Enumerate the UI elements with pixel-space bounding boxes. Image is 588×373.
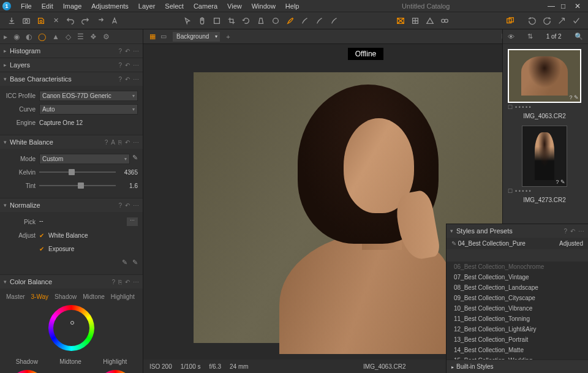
reset-icon[interactable]: ↶ (125, 48, 130, 55)
layers-header[interactable]: ▸ Layers ? ↶ ⋯ (0, 58, 143, 72)
picker1-icon[interactable]: ✎ (122, 258, 127, 266)
compare-icon[interactable] (503, 14, 517, 28)
icc-select[interactable]: Canon EOS-77D Generic▾ (39, 91, 138, 101)
menu-help[interactable]: Help (281, 2, 304, 10)
reset-icon[interactable]: ↶ (125, 62, 130, 69)
style-item[interactable]: 08_Best Collection_Landscape (447, 282, 588, 293)
menu-camera[interactable]: Camera (189, 2, 222, 10)
highlight-wheel[interactable] (99, 370, 132, 373)
mode-select[interactable]: Custom▾ (39, 154, 130, 164)
eraser-icon[interactable] (298, 14, 312, 28)
help-icon[interactable]: ? (118, 62, 122, 69)
style-item[interactable]: 12_Best Collection_Light&Airy (447, 324, 588, 334)
style-item[interactable]: 11_Best Collection_Tonning (447, 314, 588, 324)
menu-adjustments[interactable]: Adjustments (86, 2, 134, 10)
menu-select[interactable]: Select (160, 2, 189, 10)
redo-icon[interactable] (78, 14, 92, 28)
reset-icon[interactable]: ↶ (125, 202, 130, 209)
grid-icon[interactable] (409, 14, 422, 28)
tab-output-icon[interactable]: ⚙ (103, 32, 110, 41)
hand-icon[interactable] (195, 14, 209, 28)
spot-icon[interactable] (269, 14, 282, 28)
menu-icon[interactable]: ⋯ (133, 76, 139, 83)
menu-icon[interactable]: ⋯ (133, 279, 139, 285)
style-item[interactable]: 10_Best Collection_Vibrance (447, 303, 588, 314)
copy-icon[interactable]: ⎘ (118, 279, 122, 285)
redo2-icon[interactable] (93, 14, 107, 28)
menu-edit[interactable]: Edit (37, 2, 58, 10)
cb-tab-master[interactable]: Master (6, 293, 25, 300)
search-icon[interactable]: 🔍 (575, 32, 583, 40)
style-item[interactable]: 14_Best Collection_Matte (447, 345, 588, 355)
menu-window[interactable]: Window (247, 2, 281, 10)
cb-tab-3way[interactable]: 3-Way (31, 293, 49, 300)
cancel-icon[interactable]: ✕ (49, 14, 62, 28)
base-header[interactable]: ▾ Base Characteristics ? ↶ ⋯ (0, 72, 143, 86)
menu-icon[interactable]: ⋯ (133, 62, 139, 69)
rotate-cw-icon[interactable] (540, 14, 554, 28)
maximize-button[interactable]: □ (561, 3, 567, 9)
eyedropper-icon[interactable]: ✎ (132, 154, 138, 164)
menu-image[interactable]: Image (58, 2, 87, 10)
check-icon[interactable] (570, 14, 583, 28)
reset-icon[interactable]: ↶ (570, 228, 575, 235)
help-icon[interactable]: ? (105, 139, 108, 146)
undo-icon[interactable] (64, 14, 77, 28)
menu-layer[interactable]: Layer (134, 2, 160, 10)
sort-icon[interactable]: ⇅ (527, 32, 533, 40)
help-icon[interactable]: ? (111, 279, 115, 285)
auto-icon[interactable]: A (111, 139, 115, 146)
tab-library-icon[interactable]: ▸ (4, 32, 7, 41)
styles-list[interactable]: 06_Best Collection_Monochrome 07_Best Co… (447, 262, 588, 360)
overlay-icon[interactable] (394, 14, 407, 28)
rotate-icon[interactable] (239, 14, 253, 28)
style-item[interactable]: 06_Best Collection_Monochrome (447, 262, 588, 272)
brush-icon[interactable] (284, 14, 297, 28)
menu-icon[interactable]: ⋯ (578, 228, 584, 235)
kelvin-slider[interactable]: 4365 (39, 168, 138, 176)
tab-exposure-icon[interactable]: ▲ (52, 32, 59, 41)
eye-icon[interactable]: 👁 (508, 33, 514, 40)
pointer-icon[interactable] (181, 14, 194, 28)
style-item[interactable]: 09_Best Collection_Cityscape (447, 293, 588, 303)
thumbnail-1[interactable]: ? ✎ ☐• • • • • IMG_4063.CR2 (508, 49, 581, 121)
midtone-wheel[interactable] (48, 305, 94, 351)
focus-mask-icon[interactable] (438, 14, 451, 28)
exposure-checkbox[interactable]: ✔Exposure (39, 246, 138, 252)
minimize-button[interactable]: — (548, 3, 554, 9)
layer-select[interactable]: Background▾ (173, 32, 220, 42)
tab-adjust-icon[interactable]: ☰ (77, 32, 84, 41)
share-icon[interactable] (555, 14, 568, 28)
close-button[interactable]: ✕ (575, 3, 581, 9)
menu-icon[interactable]: ⋯ (133, 202, 139, 209)
normalize-header[interactable]: ▾ Normalize ? ↶ ⋯ (0, 198, 143, 212)
builtin-styles[interactable]: ▸Built-in Styles (447, 360, 588, 373)
keystone-icon[interactable] (254, 14, 268, 28)
pick-button[interactable]: ⋯ (127, 217, 138, 226)
menu-icon[interactable]: ⋯ (133, 139, 139, 146)
curve-select[interactable]: Auto▾ (39, 104, 138, 115)
style-item[interactable]: 07_Best Collection_Vintage (447, 272, 588, 282)
gradient-icon[interactable] (313, 14, 326, 28)
reset-icon[interactable]: ↶ (125, 279, 130, 285)
tint-slider[interactable]: 1.6 (39, 181, 138, 190)
tab-details-icon[interactable]: ◇ (66, 32, 71, 41)
histogram-header[interactable]: ▸ Histogram ? ↶ ⋯ (0, 44, 143, 58)
help-icon[interactable]: ? (118, 202, 122, 209)
warning-icon[interactable] (423, 14, 437, 28)
copy-icon[interactable]: ⎘ (118, 139, 122, 146)
tab-color-icon[interactable]: ◯ (38, 32, 46, 41)
shape-icon[interactable] (210, 14, 224, 28)
menu-view[interactable]: View (222, 2, 247, 10)
colorbal-header[interactable]: ▾ Color Balance ? ⎘ ↶ ⋯ (0, 275, 143, 288)
picker2-icon[interactable]: ✎ (132, 258, 138, 266)
rotate-ccw-icon[interactable] (526, 14, 539, 28)
radial-icon[interactable] (328, 14, 341, 28)
help-icon[interactable]: ? (118, 76, 122, 83)
reset-icon[interactable]: ↶ (125, 76, 130, 83)
reset-icon[interactable]: ↶ (125, 139, 130, 146)
cb-tab-highlight[interactable]: Highlight (111, 293, 135, 300)
style-item[interactable]: 15_Best Collection_Wedding (447, 355, 588, 360)
import-icon[interactable] (5, 14, 18, 28)
styles-header[interactable]: ▾ Styles and Presets ? ↶ ⋯ (447, 224, 588, 238)
